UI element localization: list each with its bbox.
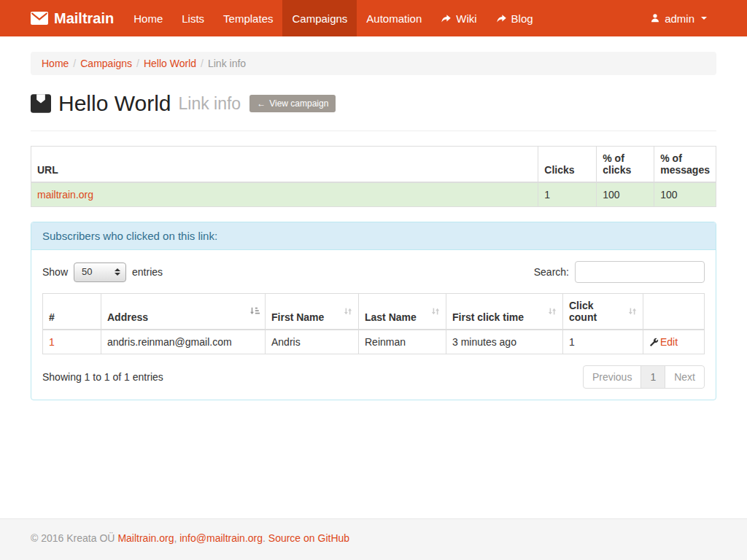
left-arrow-icon: ← — [257, 99, 266, 108]
nav-automation-label: Automation — [366, 12, 422, 25]
sort-both-icon — [547, 306, 557, 316]
copyright-text: © 2016 Kreata OÜ — [31, 532, 115, 544]
page-title-text: Hello World — [58, 91, 171, 116]
nav-wiki-label: Wiki — [456, 12, 476, 25]
subscribers-table: # Address First Name — [42, 293, 705, 354]
pagination: Previous 1 Next — [583, 365, 705, 389]
row-index-link[interactable]: 1 — [49, 336, 55, 348]
last-name-value: Reinman — [359, 330, 446, 354]
entries-summary: Showing 1 to 1 of 1 entries — [42, 371, 163, 383]
sort-both-icon — [627, 306, 638, 316]
page-size-select[interactable]: 50 — [74, 262, 126, 282]
links-col-pct-messages: % of messages — [654, 147, 716, 183]
breadcrumb-separator: / — [136, 58, 139, 69]
first-name-value: Andris — [266, 330, 359, 354]
envelope-icon — [31, 12, 48, 25]
nav-templates-label: Templates — [223, 12, 273, 25]
breadcrumb-separator: / — [73, 58, 76, 69]
edit-link[interactable]: Edit — [660, 336, 678, 348]
nav-lists-label: Lists — [182, 12, 204, 25]
nav-campaigns[interactable]: Campaigns — [282, 0, 357, 36]
brand-label: Mailtrain — [54, 10, 114, 27]
pct-messages-value: 100 — [654, 182, 716, 207]
col-first-click-time-label: First click time — [452, 311, 524, 323]
nav-automation[interactable]: Automation — [357, 0, 431, 36]
user-icon — [650, 13, 660, 23]
col-last-name[interactable]: Last Name — [359, 294, 446, 330]
col-actions — [643, 294, 705, 330]
click-count-value: 1 — [563, 330, 643, 354]
nav-lists[interactable]: Lists — [172, 0, 214, 36]
breadcrumb-separator: / — [201, 58, 204, 69]
next-page-button[interactable]: Next — [665, 365, 705, 389]
links-col-clicks: Clicks — [538, 147, 597, 183]
share-icon — [441, 13, 452, 23]
view-campaign-button[interactable]: ← View campaign — [249, 95, 336, 112]
footer-link-mailtrain[interactable]: Mailtrain.org — [117, 532, 174, 544]
nav-campaigns-label: Campaigns — [292, 12, 347, 25]
site-footer: © 2016 Kreata OÜMailtrain.org, info@mail… — [0, 518, 747, 560]
col-first-name[interactable]: First Name — [266, 294, 359, 330]
nav-blog[interactable]: Blog — [487, 0, 543, 36]
page-header: Hello World Link info ← View campaign — [31, 91, 716, 116]
breadcrumb-current: Link info — [208, 58, 246, 69]
col-first-name-label: First Name — [271, 311, 324, 323]
col-address[interactable]: Address — [101, 294, 266, 330]
navbar: Mailtrain Home Lists Templates Campaigns… — [0, 0, 747, 36]
entries-label: entries — [132, 266, 163, 278]
breadcrumb: Home/Campaigns/Hello World/Link info — [31, 52, 716, 75]
col-click-count[interactable]: Click count — [563, 294, 643, 330]
main-nav: Home Lists Templates Campaigns Automatio… — [124, 0, 542, 36]
col-click-count-label: Click count — [569, 300, 597, 323]
footer-link-email[interactable]: info@mailtrain.org — [179, 532, 263, 544]
footer-separator: . — [263, 532, 268, 544]
sort-both-icon — [430, 306, 441, 316]
address-value: andris.reinman@gmail.com — [101, 330, 266, 354]
view-campaign-label: View campaign — [269, 98, 328, 109]
chevron-down-icon — [701, 17, 707, 20]
search-label: Search: — [534, 266, 569, 278]
sort-both-icon — [343, 306, 353, 316]
user-menu[interactable]: admin — [640, 0, 716, 36]
sort-asc-icon — [249, 306, 260, 316]
links-col-url: URL — [31, 147, 538, 183]
url-link[interactable]: mailtrain.org — [37, 189, 93, 201]
share-icon — [496, 13, 507, 23]
nav-blog-label: Blog — [511, 12, 533, 25]
nav-wiki[interactable]: Wiki — [431, 0, 486, 36]
page-title: Hello World — [31, 91, 171, 116]
show-label: Show — [42, 266, 68, 278]
breadcrumb-campaigns[interactable]: Campaigns — [80, 58, 132, 69]
links-col-pct-clicks: % of clicks — [597, 147, 654, 183]
breadcrumb-home[interactable]: Home — [42, 58, 69, 69]
nav-home-label: Home — [133, 12, 163, 25]
divider — [31, 131, 716, 131]
col-first-click-time[interactable]: First click time — [446, 294, 563, 330]
search-input[interactable] — [575, 261, 705, 283]
inbox-icon — [31, 94, 51, 113]
page-size-value: 50 — [82, 266, 92, 277]
wrench-icon — [649, 338, 659, 347]
brand-link[interactable]: Mailtrain — [31, 0, 124, 36]
current-page-button[interactable]: 1 — [640, 365, 665, 389]
clicks-value: 1 — [538, 182, 597, 207]
nav-home[interactable]: Home — [124, 0, 172, 36]
breadcrumb-hello-world[interactable]: Hello World — [144, 58, 196, 69]
page-length-control: Show 50 entries — [42, 262, 163, 282]
previous-page-button[interactable]: Previous — [583, 365, 641, 389]
page-subtitle: Link info — [179, 94, 241, 114]
pct-clicks-value: 100 — [597, 182, 654, 207]
table-row: mailtrain.org 1 100 100 — [31, 182, 716, 207]
first-click-time-value: 3 minutes ago — [446, 330, 563, 354]
col-last-name-label: Last Name — [365, 311, 417, 323]
col-address-label: Address — [107, 311, 148, 323]
user-label: admin — [665, 12, 694, 25]
panel-heading: Subscribers who clicked on this link: — [31, 222, 716, 250]
links-table: URL Clicks % of clicks % of messages mai… — [31, 146, 716, 207]
footer-link-github[interactable]: Source on GitHub — [268, 532, 349, 544]
col-index: # — [43, 294, 101, 330]
nav-templates[interactable]: Templates — [214, 0, 282, 36]
table-row: 1 andris.reinman@gmail.com Andris Reinma… — [43, 330, 705, 354]
subscribers-panel: Subscribers who clicked on this link: Sh… — [31, 222, 716, 400]
select-arrows-icon — [115, 268, 120, 276]
